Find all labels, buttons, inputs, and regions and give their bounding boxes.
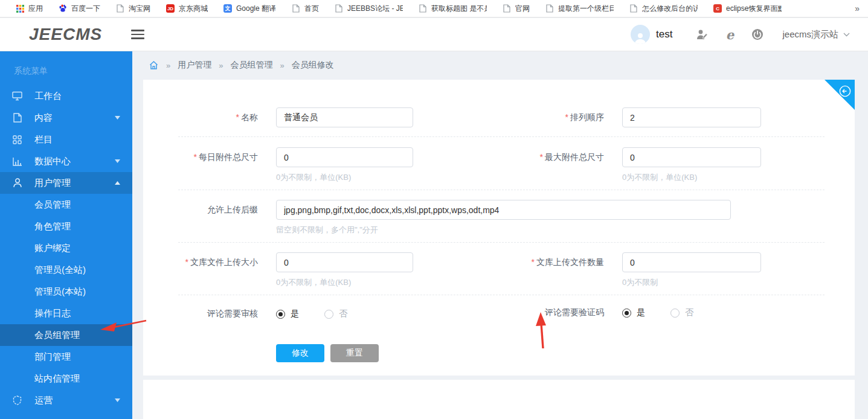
username-label: test (656, 28, 672, 40)
page-icon (545, 4, 554, 13)
sidebar-subitem-member-group-management[interactable]: 会员组管理 (0, 324, 132, 346)
reset-button[interactable]: 重置 (330, 344, 379, 362)
shield-icon (0, 395, 34, 405)
bookmarks-overflow-chevron[interactable]: » (855, 4, 860, 13)
comment-review-yes-radio[interactable] (276, 310, 285, 319)
doc-upload-count-input[interactable] (622, 252, 761, 272)
browser-preview-icon[interactable]: e (716, 28, 744, 41)
sidebar-item-operations[interactable]: 运营 (0, 389, 132, 411)
breadcrumb-member-group-management[interactable]: 会员组管理 (230, 60, 272, 71)
sidebar-subitem-admin-global[interactable]: 管理员(全站) (0, 259, 132, 281)
menu-toggle-icon[interactable] (131, 30, 144, 39)
max-attachment-size-input[interactable] (622, 147, 761, 167)
app-header: JEECMS test e jeecms演示站 (0, 18, 868, 51)
page-icon (503, 4, 511, 13)
sidebar-item-content[interactable]: 内容 (0, 107, 132, 129)
avatar[interactable] (631, 25, 650, 44)
doc-upload-size-input[interactable] (276, 252, 413, 272)
page-icon (419, 4, 427, 13)
sidebar-item-label: 数据中心 (34, 156, 71, 167)
site-selector[interactable]: jeecms演示站 (782, 29, 850, 40)
sidebar-subitem-operation-log[interactable]: 操作日志 (0, 302, 132, 324)
bookmarks-bar: 应用 百度一下 淘宝网 JD 京东商城 文 Google 翻译 首页 JEEBB… (0, 0, 868, 18)
sidebar-subitem-site-message-management[interactable]: 站内信管理 (0, 368, 132, 389)
site-name-label: jeecms演示站 (782, 29, 838, 40)
baidu-icon (59, 4, 67, 13)
bookmark-eclipse[interactable]: C eclipse恢复界面默认 (713, 4, 782, 14)
sort-order-label: *排列顺序 (501, 107, 604, 127)
sidebar-subitem-role-management[interactable]: 角色管理 (0, 216, 132, 237)
bookmark-title-image[interactable]: 获取标题图 是不是通 (419, 4, 487, 14)
sort-order-input[interactable] (622, 107, 761, 127)
main-content: » 用户管理 » 会员组管理 » 会员组修改 *名称 *排列顺序 *每日附件总尺… (132, 51, 868, 419)
name-input[interactable] (276, 107, 413, 127)
form-row-name-sort: *名称 *排列顺序 (167, 107, 855, 127)
required-marker: * (532, 257, 535, 267)
bookmark-google-translate[interactable]: 文 Google 翻译 (223, 4, 276, 14)
comment-captcha-no-radio[interactable] (670, 309, 680, 318)
page-icon (335, 4, 343, 13)
sidebar-item-user-management[interactable]: 用户管理 (0, 172, 132, 194)
bookmark-label: 怎么修改后台的访问 (642, 4, 698, 14)
divider (178, 242, 825, 243)
edit-profile-icon[interactable] (688, 28, 716, 40)
daily-attachment-size-hint: 0为不限制，单位(KB) (276, 172, 413, 183)
sidebar-item-workbench[interactable]: 工作台 (0, 85, 132, 107)
sidebar-subitem-account-binding[interactable]: 账户绑定 (0, 237, 132, 259)
bookmark-jeebbs[interactable]: JEEBBS论坛 - JEECM (335, 4, 403, 14)
bookmark-label: JEEBBS论坛 - JEECM (347, 4, 403, 14)
bookmark-baidu[interactable]: 百度一下 (59, 4, 100, 14)
form-row-attachment-sizes: *每日附件总尺寸 0为不限制，单位(KB) *最大附件总尺寸 0为不限制，单位(… (167, 147, 855, 183)
bookmark-label: 应用 (28, 4, 43, 14)
allowed-suffix-input[interactable] (276, 200, 731, 220)
home-icon[interactable] (149, 60, 159, 70)
bookmark-modify-backend[interactable]: 怎么修改后台的访问 (629, 4, 698, 14)
bookmark-label: 官网 (515, 4, 530, 14)
user-icon (0, 178, 34, 188)
jeecms-logo: JEECMS (29, 25, 102, 44)
comment-review-label: 评论需要审核 (167, 309, 258, 319)
chevron-up-icon (115, 181, 120, 185)
bar-chart-icon (0, 157, 34, 166)
sidebar-subitem-member-management[interactable]: 会员管理 (0, 194, 132, 216)
sidebar-item-columns[interactable]: 栏目 (0, 129, 132, 150)
bookmark-jd[interactable]: JD 京东商城 (166, 4, 208, 14)
breadcrumb-user-management[interactable]: 用户管理 (178, 60, 211, 71)
sidebar-item-label: 栏目 (34, 134, 53, 146)
comment-captcha-yes-radio[interactable] (622, 309, 631, 318)
bookmark-label: Google 翻译 (236, 4, 276, 14)
bookmark-official[interactable]: 官网 (503, 4, 530, 14)
allowed-suffix-hint: 留空则不限制，多个用","分开 (276, 225, 731, 235)
sidebar-item-label: 用户管理 (34, 178, 71, 189)
sidebar-subitem-admin-local[interactable]: 管理员(本站) (0, 281, 132, 302)
bookmark-home[interactable]: 首页 (292, 4, 319, 14)
required-marker: * (565, 112, 568, 122)
collapse-panel-button[interactable] (825, 80, 855, 110)
max-attachment-size-label: *最大附件总尺寸 (501, 147, 604, 183)
comment-captcha-yes-label: 是 (637, 307, 645, 318)
sidebar-section-title: 系统菜单 (0, 61, 132, 85)
page-icon (116, 4, 124, 13)
sidebar-item-label: 运营 (34, 395, 53, 406)
bookmark-label: 百度一下 (71, 4, 100, 14)
csdn-icon: C (713, 4, 722, 13)
submit-button[interactable]: 修改 (276, 344, 324, 362)
daily-attachment-size-input[interactable] (276, 147, 413, 167)
divider (178, 136, 825, 137)
sidebar-subitem-department-management[interactable]: 部门管理 (0, 346, 132, 368)
sidebar-item-data-center[interactable]: 数据中心 (0, 150, 132, 172)
chevron-down-icon (843, 33, 850, 37)
logout-power-icon[interactable] (744, 28, 771, 40)
comment-review-no-label: 否 (339, 309, 347, 319)
bookmark-extract-column[interactable]: 提取第一个级栏目下 (545, 4, 614, 14)
bookmark-taobao[interactable]: 淘宝网 (116, 4, 150, 14)
breadcrumb-member-group-edit: 会员组修改 (292, 60, 334, 71)
form-buttons: 修改 重置 (276, 344, 855, 362)
required-marker: * (540, 152, 543, 162)
bookmark-label: eclipse恢复界面默认 (726, 4, 782, 14)
comment-review-no-radio[interactable] (324, 310, 333, 319)
breadcrumb: » 用户管理 » 会员组管理 » 会员组修改 (132, 51, 868, 71)
bookmark-apps[interactable]: 应用 (16, 4, 43, 14)
daily-attachment-size-label: *每日附件总尺寸 (167, 147, 258, 183)
doc-upload-size-label: *文库文件上传大小 (167, 252, 258, 288)
